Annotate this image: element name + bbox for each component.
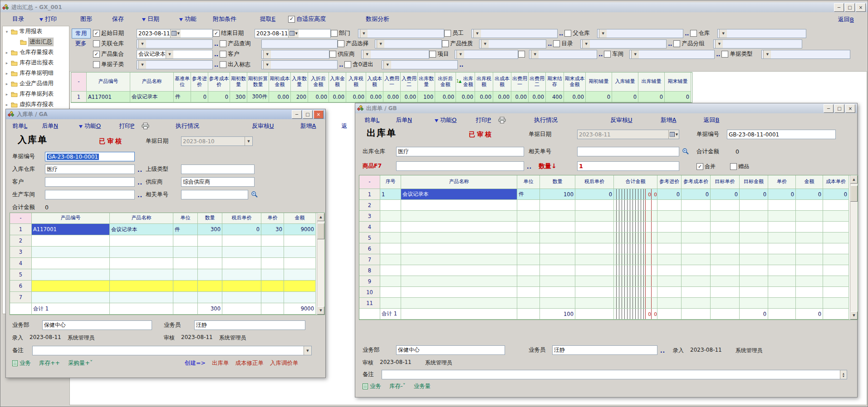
checkbox-unchecked[interactable] — [429, 51, 436, 58]
column-header[interactable]: 参考进价 — [657, 175, 682, 189]
row-number[interactable]: 4 — [10, 258, 32, 269]
close-button[interactable]: × — [856, 3, 866, 12]
cell[interactable] — [796, 265, 823, 276]
cell[interactable] — [823, 276, 849, 287]
cell[interactable] — [110, 269, 173, 281]
column-header[interactable]: 期末结存 — [546, 73, 564, 92]
toolbar-item-8[interactable]: 返 — [341, 122, 347, 130]
row-number[interactable]: 10 — [359, 287, 380, 298]
toolbar-item-4[interactable]: 打印P — [119, 122, 134, 130]
cell[interactable] — [823, 287, 849, 298]
column-header[interactable]: 参考成本价 — [208, 73, 230, 92]
filter-field-结束日期[interactable]: 2023-08-11▼ — [255, 29, 331, 38]
cell[interactable] — [768, 233, 796, 243]
scroll-down-button[interactable]: ▼ — [317, 306, 324, 315]
cell[interactable] — [657, 243, 682, 254]
ellipsis[interactable]: .. — [527, 164, 532, 170]
merge-checkbox[interactable]: 合并 — [696, 163, 716, 170]
cell[interactable] — [575, 200, 614, 211]
cell[interactable] — [401, 276, 517, 287]
scroll-track[interactable] — [850, 184, 858, 311]
cell[interactable]: 0.00 — [269, 92, 291, 102]
cell[interactable] — [740, 276, 768, 287]
filter-field-供应商[interactable]: ▼ — [361, 50, 429, 59]
column-header[interactable]: 入库税额 — [346, 73, 366, 92]
column-header[interactable]: 入折后金额 — [308, 73, 329, 92]
cell[interactable]: 0.00 — [435, 92, 456, 102]
link-2[interactable]: 库存-ˇ — [389, 383, 406, 390]
cell[interactable] — [682, 265, 711, 276]
cell[interactable] — [614, 233, 657, 243]
cell[interactable]: 0 — [586, 92, 612, 102]
cell[interactable] — [110, 247, 173, 258]
link-3[interactable]: 成本修正单 — [235, 359, 264, 367]
sidebar-item-1[interactable]: ▾常用报表 — [3, 26, 69, 37]
cell[interactable] — [517, 200, 540, 211]
column-header[interactable]: 1▲出库金额 — [456, 73, 475, 92]
qty-field[interactable]: 1 — [577, 161, 679, 171]
column-header[interactable]: 出库税额 — [475, 73, 493, 92]
cell[interactable] — [380, 254, 401, 265]
cell[interactable] — [768, 276, 796, 287]
dropdown-button[interactable]: ▼ — [599, 29, 607, 38]
ellipsis[interactable]: .. — [137, 192, 142, 199]
cell[interactable]: 件 — [173, 224, 198, 235]
cell[interactable]: 0.00 — [383, 92, 401, 102]
dropdown-button[interactable]: ▼ — [263, 61, 271, 69]
cell[interactable] — [32, 281, 110, 292]
cell[interactable] — [711, 233, 740, 243]
toolbar-item-2[interactable]: 后单N — [42, 122, 58, 130]
dropdown-button[interactable]: ▼ — [481, 40, 489, 48]
doc-no-field[interactable]: GA-23-08-10-0001 — [45, 152, 135, 161]
cell[interactable]: 0 — [208, 92, 230, 102]
cell[interactable] — [380, 233, 401, 243]
cell[interactable] — [540, 243, 575, 254]
clerk-field[interactable]: 汪静 — [194, 320, 305, 330]
vertical-scrollbar[interactable]: ▲▼ — [317, 213, 324, 315]
tree-expand-arrow[interactable]: ▾ — [5, 29, 9, 34]
gb-titlebar[interactable]: 出库单 / GB ─ □ × — [355, 103, 857, 113]
cell[interactable] — [768, 265, 796, 276]
column-header[interactable]: 数量 — [540, 175, 575, 189]
filter-field-产品选择[interactable]: ▼ — [375, 39, 442, 48]
column-header[interactable]: 期初数量 — [230, 73, 247, 92]
column-header[interactable]: 入成本额 — [366, 73, 383, 92]
printer-icon[interactable] — [142, 123, 149, 129]
warehouse-field[interactable]: 医疗 — [396, 147, 524, 156]
checkbox-unchecked[interactable] — [518, 51, 525, 58]
cell[interactable] — [711, 200, 740, 211]
cell[interactable] — [740, 298, 768, 309]
magnifier-icon[interactable] — [251, 191, 258, 199]
cell[interactable] — [823, 222, 849, 233]
cell[interactable] — [173, 235, 198, 247]
filter-tab-2[interactable]: 更多 — [72, 39, 90, 48]
filter-field-员工[interactable]: ▼ — [471, 29, 558, 38]
toolbar-item-1[interactable]: 前单L — [364, 116, 379, 124]
toolbar-item-3[interactable]: 功能O — [435, 116, 456, 124]
filter-field-单据类型[interactable]: ▼ — [761, 50, 850, 59]
column-header[interactable]: 入库数量 — [291, 73, 308, 92]
cell[interactable] — [657, 233, 682, 243]
sidebar-item-4[interactable]: ▸库存进出报表 — [3, 58, 69, 68]
cell[interactable]: 9000 — [284, 224, 316, 235]
cell[interactable]: A117001 — [87, 92, 130, 102]
warehouse-field[interactable]: 医疗 — [45, 165, 135, 174]
doc-date-field[interactable]: 2023-08-10 ▼ — [181, 136, 253, 146]
goods-field[interactable] — [396, 161, 524, 171]
checkbox-checked[interactable] — [288, 16, 295, 23]
cell[interactable] — [32, 292, 110, 303]
filter-field-仓库[interactable]: ▼ — [717, 29, 806, 38]
filter-field-部门[interactable]: ▼ — [358, 29, 444, 38]
ellipsis[interactable]: .. — [137, 167, 142, 173]
link-1[interactable]: 业务 — [363, 383, 381, 390]
cell[interactable] — [173, 281, 198, 292]
cell[interactable] — [517, 222, 540, 233]
column-header[interactable]: - — [71, 73, 87, 92]
parent-type-field[interactable] — [181, 165, 255, 174]
cell[interactable] — [768, 287, 796, 298]
row-number[interactable]: 4 — [359, 222, 380, 233]
cell[interactable] — [380, 211, 401, 222]
cell[interactable]: A117001 — [32, 224, 110, 235]
cell[interactable] — [401, 233, 517, 243]
cell[interactable] — [540, 265, 575, 276]
